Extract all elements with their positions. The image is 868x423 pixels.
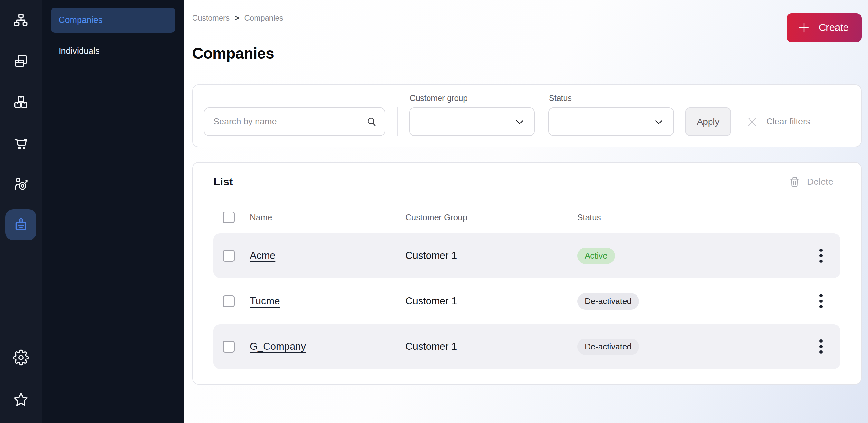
clear-filters-label: Clear filters [766, 117, 810, 127]
cards-icon[interactable] [5, 46, 36, 77]
status-select[interactable] [548, 107, 674, 136]
status-label: Status [549, 93, 674, 103]
status-badge: De-activated [577, 339, 639, 355]
rail-top-group [0, 0, 41, 240]
sidebar-item-companies[interactable]: Companies [51, 8, 176, 33]
select-all-checkbox[interactable] [223, 212, 235, 223]
apply-button[interactable]: Apply [685, 107, 731, 136]
status-badge: Active [577, 248, 615, 264]
list-head: List Delete [193, 163, 861, 201]
page-title: Companies [192, 45, 862, 62]
company-link[interactable]: Acme [250, 250, 275, 261]
cart-icon[interactable] [5, 128, 36, 158]
create-button[interactable]: Create [786, 13, 862, 42]
company-link[interactable]: Tucme [250, 295, 280, 307]
customer-group-label: Customer group [410, 93, 535, 103]
main-content: Customers > Companies Create Companies C… [184, 0, 868, 423]
row-checkbox[interactable] [223, 250, 235, 262]
create-button-label: Create [819, 22, 849, 33]
sitemap-icon[interactable] [5, 4, 36, 35]
filters-card: Customer group Status Apply Clear [192, 84, 862, 147]
plus-icon [797, 21, 811, 35]
customer-group-cell: Customer 1 [405, 250, 577, 261]
favorites-star-icon[interactable] [5, 384, 36, 415]
row-menu-button[interactable] [814, 338, 828, 356]
column-status: Status [577, 213, 814, 222]
table-row: Acme Customer 1 Active [213, 233, 840, 278]
settings-gear-icon[interactable] [5, 342, 36, 373]
table-header: Name Customer Group Status [213, 201, 840, 233]
icon-rail [0, 0, 42, 423]
company-link[interactable]: G_Company [250, 341, 306, 352]
search-wrap [204, 107, 385, 136]
status-field: Status [548, 93, 674, 136]
row-checkbox[interactable] [223, 295, 235, 307]
marketing-target-icon[interactable] [5, 168, 36, 199]
search-input[interactable] [204, 107, 385, 136]
breadcrumb-customers[interactable]: Customers [192, 13, 229, 23]
customer-group-select[interactable] [409, 107, 535, 136]
clear-x-icon [745, 115, 759, 129]
breadcrumb: Customers > Companies [192, 13, 862, 23]
rail-bottom-group [0, 337, 41, 423]
table-row: G_Company Customer 1 De-activated [213, 325, 840, 369]
customer-group-cell: Customer 1 [405, 295, 577, 307]
rail-divider [6, 378, 35, 379]
search-icon [365, 115, 378, 129]
status-badge: De-activated [577, 293, 639, 310]
column-name: Name [250, 213, 405, 222]
delete-label: Delete [807, 177, 833, 187]
column-customer-group: Customer Group [405, 213, 577, 222]
breadcrumb-separator: > [235, 14, 239, 23]
list-title: List [213, 175, 233, 188]
customer-group-field: Customer group [409, 93, 535, 136]
chevron-down-icon [653, 116, 665, 128]
delete-button[interactable]: Delete [788, 176, 833, 188]
customer-group-cell: Customer 1 [405, 341, 577, 352]
customer-badge-icon[interactable] [5, 209, 36, 240]
packages-icon[interactable] [5, 86, 36, 117]
chevron-down-icon [514, 116, 526, 128]
breadcrumb-companies[interactable]: Companies [244, 13, 283, 23]
filter-separator [397, 107, 398, 136]
sidebar-item-individuals[interactable]: Individuals [51, 39, 176, 63]
table-row: Tucme Customer 1 De-activated [213, 279, 840, 323]
list-card: List Delete Name Customer Group Status A… [192, 162, 862, 385]
clear-filters-button[interactable]: Clear filters [745, 107, 810, 136]
row-menu-button[interactable] [814, 247, 828, 265]
trash-icon [788, 176, 801, 188]
customers-subnav: Companies Individuals [42, 0, 184, 423]
row-menu-button[interactable] [814, 292, 828, 310]
row-checkbox[interactable] [223, 341, 235, 353]
